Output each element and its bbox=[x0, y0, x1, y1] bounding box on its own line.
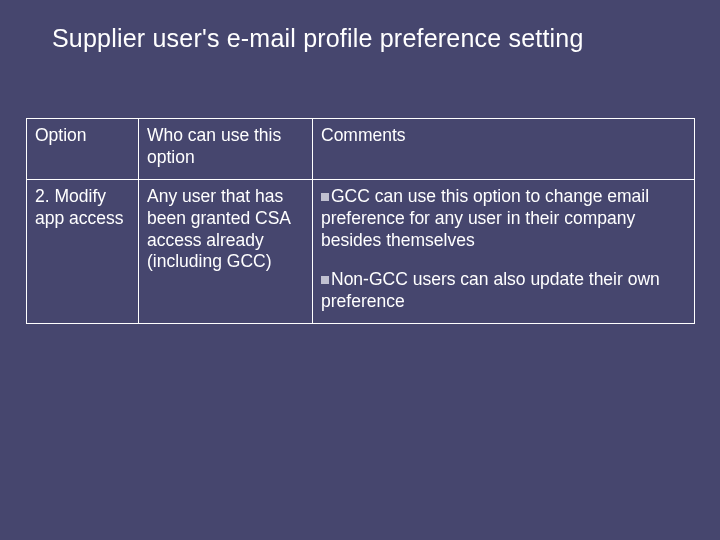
cell-who: Any user that has been granted CSA acces… bbox=[139, 179, 313, 323]
square-bullet-icon bbox=[321, 276, 329, 284]
comment-text: GCC can use this option to change email … bbox=[321, 186, 649, 250]
cell-comments: GCC can use this option to change email … bbox=[313, 179, 695, 323]
options-table: Option Who can use this option Comments … bbox=[26, 118, 695, 324]
comment-text: Non-GCC users can also update their own … bbox=[321, 269, 660, 311]
col-header-comments: Comments bbox=[313, 119, 695, 180]
comment-item: GCC can use this option to change email … bbox=[321, 186, 686, 252]
square-bullet-icon bbox=[321, 193, 329, 201]
col-header-option: Option bbox=[27, 119, 139, 180]
cell-option: 2. Modify app access bbox=[27, 179, 139, 323]
table-header-row: Option Who can use this option Comments bbox=[27, 119, 695, 180]
slide: Supplier user's e-mail profile preferenc… bbox=[0, 0, 720, 540]
comment-item: Non-GCC users can also update their own … bbox=[321, 269, 686, 313]
page-title: Supplier user's e-mail profile preferenc… bbox=[52, 24, 584, 53]
col-header-who: Who can use this option bbox=[139, 119, 313, 180]
table-row: 2. Modify app access Any user that has b… bbox=[27, 179, 695, 323]
